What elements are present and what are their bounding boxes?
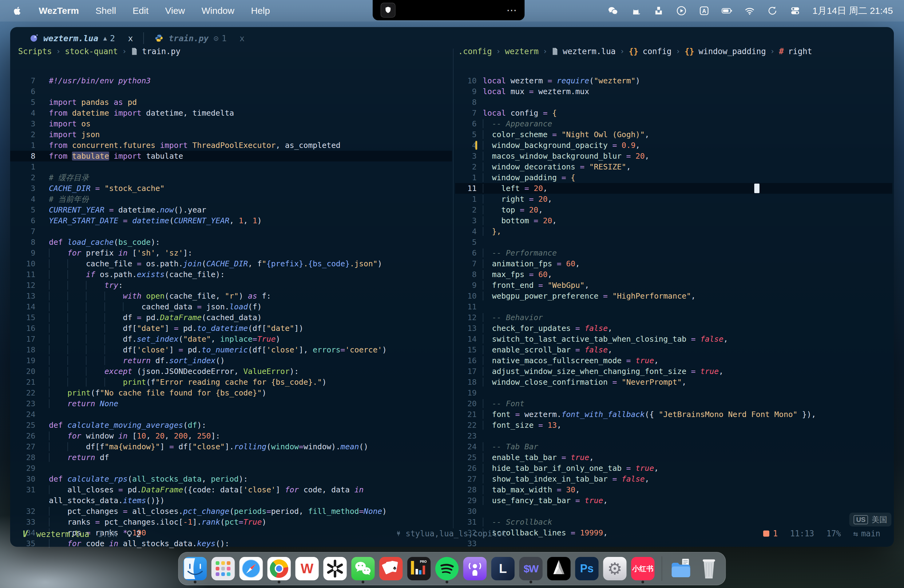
battery-icon[interactable] <box>721 5 732 16</box>
code-line[interactable]: 30 <box>455 506 892 517</box>
code-line[interactable]: 1 <box>10 161 452 172</box>
code-line[interactable]: 29 use_fancy_tab_bar = true, <box>455 495 892 506</box>
dock-icon-sw-finance[interactable]: $W <box>519 557 543 580</box>
breadcrumb-item[interactable]: train.py <box>142 47 180 56</box>
dock-icon-launchpad[interactable] <box>212 557 235 580</box>
code-line[interactable]: 9 front_end = "WebGpu", <box>455 280 892 291</box>
timemachine-icon[interactable] <box>767 5 778 16</box>
code-line[interactable]: 21 print(f"Error reading cache for {bs_c… <box>10 377 452 387</box>
breadcrumb-item[interactable]: # <box>779 47 784 56</box>
code-line[interactable]: 12 try: <box>10 280 452 291</box>
dock-icon-cards[interactable]: ♠ <box>379 557 403 580</box>
code-line[interactable]: 9local mux = wezterm.mux <box>455 86 892 97</box>
code-line[interactable]: 6YEAR_START_DATE = datetime(CURRENT_YEAR… <box>10 215 452 226</box>
dock-icon-photoshop[interactable]: Ps <box>575 557 599 580</box>
code-line[interactable]: 17 adjust_window_size_when_changing_font… <box>455 366 892 377</box>
code-line[interactable]: 26 hide_tab_bar_if_only_one_tab = true, <box>455 463 892 474</box>
menu-shell[interactable]: Shell <box>96 6 116 16</box>
dock-icon-xiaohongshu[interactable]: 小红书 <box>631 557 654 580</box>
breadcrumb-item[interactable]: window_padding <box>699 47 766 56</box>
code-line[interactable]: 13 with open(cache_file, "r") as f: <box>10 291 452 301</box>
code-line[interactable]: 27 df[f"ma{window}"] = df["close"].rolli… <box>10 441 452 452</box>
code-line[interactable]: 14 cached_data = json.load(f) <box>10 301 452 312</box>
breadcrumb-dir[interactable]: stock-quant <box>65 47 118 56</box>
code-area-right[interactable]: 10local wezterm = require("wezterm")9loc… <box>455 75 892 549</box>
code-line[interactable]: 7local config = { <box>455 107 892 119</box>
code-line[interactable]: 31 all_closes = pd.DataFrame({code: data… <box>10 484 452 495</box>
code-line[interactable]: 10 cache_file = os.path.join(CACHE_DIR, … <box>10 258 452 269</box>
dock-icon-downloads[interactable] <box>669 557 693 580</box>
toggles-icon[interactable] <box>790 5 801 16</box>
code-line[interactable]: 7 animation_fps = 60, <box>455 258 892 269</box>
code-line[interactable]: 11 if os.path.exists(cache_file): <box>10 269 452 280</box>
code-line[interactable]: 14 switch_to_last_active_tab_when_closin… <box>455 334 892 345</box>
code-line[interactable]: 16 native_macos_fullscreen_mode = true, <box>455 355 892 366</box>
pane-train-py[interactable]: Scripts›stock-quant›train.py 7#!/usr/bin… <box>10 46 452 57</box>
code-line[interactable]: 7#!/usr/bin/env python3 <box>10 75 452 86</box>
code-line[interactable]: 10 webgpu_power_preference = "HighPerfor… <box>455 291 892 301</box>
menu-clock[interactable]: 1月14日 周二 21:45 <box>812 5 893 17</box>
play-icon[interactable] <box>676 5 687 16</box>
code-line[interactable]: 25 enable_tab_bar = true, <box>455 452 892 463</box>
code-line[interactable]: 1 window_padding = { <box>455 172 892 183</box>
code-line[interactable]: 29 <box>10 463 452 474</box>
code-line[interactable]: 21 font = wezterm.font_with_fallback({ "… <box>455 409 892 420</box>
code-line[interactable]: 6 <box>10 86 452 97</box>
code-line[interactable]: 24 <box>10 409 452 420</box>
code-line[interactable]: 2# 缓存目录 <box>10 172 452 183</box>
breadcrumb-dir[interactable]: Scripts <box>18 47 52 56</box>
dock-icon-wps[interactable]: W <box>296 557 319 580</box>
apple-icon[interactable] <box>12 6 22 16</box>
code-line[interactable]: 30def calculate_rps(all_stocks_data, per… <box>10 474 452 484</box>
code-line[interactable]: 23 <box>455 430 892 441</box>
code-line[interactable]: 18 df['close'] = pd.to_numeric(df['close… <box>10 345 452 355</box>
notch-overflow-icon[interactable]: ⋯ <box>506 4 518 16</box>
code-line[interactable]: 8 <box>455 97 892 107</box>
code-line[interactable]: 1from concurrent.futures import ThreadPo… <box>10 140 452 151</box>
code-line[interactable]: 7 <box>10 226 452 237</box>
code-line[interactable]: 28 return df <box>10 452 452 463</box>
tab-indicator[interactable]: 1 <box>763 529 778 538</box>
code-line[interactable]: 26 for window in [10, 20, 200, 250]: <box>10 430 452 441</box>
code-line[interactable]: 10local wezterm = require("wezterm") <box>455 75 892 86</box>
code-line[interactable]: 13 check_for_updates = false, <box>455 323 892 334</box>
dock-icon-settings[interactable]: ⚙ <box>603 557 627 580</box>
menu-edit[interactable]: Edit <box>133 6 149 16</box>
code-line[interactable]: 17 df.set_index("date", inplace=True) <box>10 334 452 345</box>
dock-icon-finder[interactable] <box>183 557 207 580</box>
file-icon[interactable] <box>131 47 138 55</box>
code-line[interactable]: 3CACHE_DIR = "stock_cache" <box>10 183 452 194</box>
code-line[interactable]: 22 print(f"No cache file found for {bs_c… <box>10 387 452 398</box>
menu-wezterm[interactable]: WezTerm <box>39 6 79 16</box>
breadcrumb-dir[interactable]: wezterm <box>505 47 539 56</box>
pane-divider[interactable] <box>453 49 454 528</box>
dock-icon-chrome[interactable] <box>267 557 291 580</box>
code-line[interactable]: 27 show_tab_index_in_tab_bar = false, <box>455 474 892 484</box>
breadcrumb-item[interactable]: {} <box>684 47 694 56</box>
input-a-icon[interactable]: A <box>699 5 710 16</box>
dock-icon-safari[interactable] <box>240 557 263 580</box>
code-line[interactable]: 9 for prefix in ['sh', 'sz']: <box>10 248 452 258</box>
tab-wezterm-lua[interactable]: wezterm.lua▲2x <box>26 33 136 43</box>
notch-app-shield-icon[interactable] <box>381 3 395 17</box>
code-line[interactable]: 4from datetime import datetime, timedelt… <box>10 107 452 119</box>
breadcrumb-item[interactable]: wezterm.lua <box>563 47 616 56</box>
code-line[interactable]: 24 -- Tab Bar <box>455 441 892 452</box>
code-line[interactable]: 2 top = 20, <box>455 204 892 215</box>
breadcrumb-item[interactable]: {} <box>629 47 638 56</box>
code-line[interactable]: 28 tab_max_width = 30, <box>455 484 892 495</box>
code-line[interactable]: 5 <box>455 237 892 248</box>
code-line[interactable]: 32 pct_changes = all_closes.pct_change(p… <box>10 506 452 517</box>
code-line[interactable]: all_stocks_data.items()}) <box>10 495 452 506</box>
code-line[interactable]: 23 return None <box>10 398 452 409</box>
code-line[interactable]: 19 return df.sort_index() <box>10 355 452 366</box>
file-icon[interactable] <box>552 47 558 55</box>
code-line[interactable]: 8 max_fps = 60, <box>455 269 892 280</box>
code-line[interactable]: 25def calculate_moving_averages(df): <box>10 420 452 430</box>
dock-icon-chatgpt[interactable] <box>324 557 347 580</box>
code-line[interactable]: 11 <box>455 301 892 312</box>
code-line[interactable]: 15 df = pd.DataFrame(cached_data) <box>10 312 452 323</box>
code-line[interactable]: 4 window_background_opacity = 0.9, <box>455 140 892 151</box>
code-line[interactable]: 22 font_size = 13, <box>455 420 892 430</box>
cat-icon[interactable] <box>631 5 642 16</box>
